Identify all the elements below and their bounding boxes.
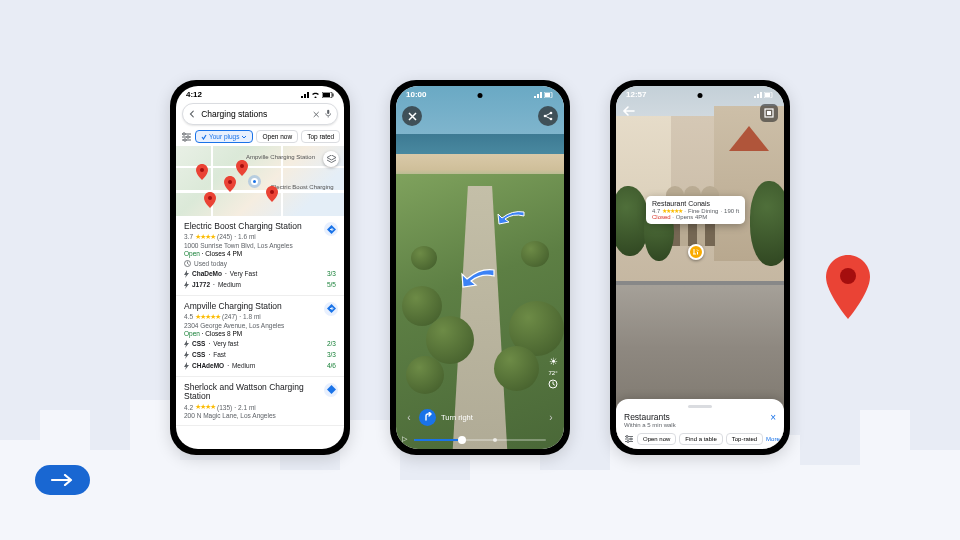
direction-bar: ‹ Turn right › xyxy=(404,407,556,427)
nav-arrow-icon xyxy=(496,208,526,226)
svg-rect-21 xyxy=(765,93,770,97)
svg-point-10 xyxy=(228,180,232,184)
used-today-row: Used today xyxy=(184,260,336,267)
directions-button[interactable] xyxy=(324,383,338,397)
history-icon xyxy=(548,379,558,389)
rating-row: 4.5★★★★★(247)·1.8 mi xyxy=(184,313,336,321)
nav-arrow-icon xyxy=(458,266,496,290)
phone-1: 4:12 Your plugs xyxy=(170,80,350,455)
my-location-dot xyxy=(251,178,258,185)
result-address: 1000 Sunrise Town Blvd, Los Angeles xyxy=(184,242,336,249)
poi-marker[interactable] xyxy=(688,244,704,260)
play-button[interactable]: ▷ xyxy=(402,435,407,443)
plug-row: CHAdeMO·Medium4/6 xyxy=(184,362,336,370)
sheet-subtitle: Within a 5 min walk xyxy=(624,422,676,428)
svg-point-7 xyxy=(184,139,186,141)
map-poi-label: Electric Boost Charging xyxy=(271,184,334,190)
status-icons xyxy=(754,92,774,98)
poi-name: Restaurant Conais xyxy=(652,200,739,207)
result-address: 2304 George Avenue, Los Angeles xyxy=(184,322,336,329)
chip-top-rated[interactable]: Top rated xyxy=(301,130,340,143)
rating-row: 3.7 ★★★★ (245)· 1.6 mi xyxy=(184,233,336,241)
next-step-button[interactable]: › xyxy=(546,412,556,423)
status-time: 4:12 xyxy=(186,90,202,99)
sheet-handle[interactable] xyxy=(688,405,712,408)
plug-row: ChaDeMo·Very Fast3/3 xyxy=(184,270,336,278)
svg-point-25 xyxy=(630,438,632,440)
toggle-view-button[interactable] xyxy=(760,104,778,122)
share-button[interactable] xyxy=(538,106,558,126)
plug-row: CSS·Fast3/3 xyxy=(184,351,336,359)
sheet-close-button[interactable]: × xyxy=(770,412,776,423)
chip-find-a-table[interactable]: Find a table xyxy=(679,433,722,445)
bottom-sheet[interactable]: Restaurants Within a 5 min walk × Open n… xyxy=(616,399,784,449)
arrow-decoration xyxy=(35,465,90,495)
result-title: Electric Boost Charging Station xyxy=(184,222,336,232)
svg-rect-23 xyxy=(767,111,771,115)
svg-rect-4 xyxy=(327,110,329,114)
poi-info-card[interactable]: Restaurant Conais 4.7★★★★★·Fine Dining·1… xyxy=(646,196,745,224)
search-bar[interactable] xyxy=(182,103,338,125)
status-bar: 4:12 xyxy=(176,86,344,101)
filter-chips-row: Your plugs Open now Top rated xyxy=(176,127,344,146)
result-item[interactable]: Sherlock and Wattson Charging Station 4.… xyxy=(176,377,344,427)
close-button[interactable] xyxy=(402,106,422,126)
chip-open-now[interactable]: Open now xyxy=(256,130,298,143)
svg-rect-2 xyxy=(323,93,330,97)
svg-point-24 xyxy=(626,436,628,438)
camera-hole xyxy=(478,93,483,98)
result-item[interactable]: Electric Boost Charging Station 3.7 ★★★★… xyxy=(176,216,344,296)
weather-widget[interactable]: ☀ 72° xyxy=(548,356,558,389)
svg-point-6 xyxy=(187,136,189,138)
svg-point-8 xyxy=(200,168,204,172)
tune-icon[interactable] xyxy=(624,433,634,445)
result-hours: Open · Closes 4 PM xyxy=(184,250,336,257)
svg-rect-3 xyxy=(333,93,334,96)
svg-point-11 xyxy=(270,190,274,194)
status-time: 12:57 xyxy=(626,90,646,99)
svg-rect-15 xyxy=(545,93,550,97)
map[interactable]: Ampville Charging Station Electric Boost… xyxy=(176,146,344,216)
result-hours: Open · Closes 8 PM xyxy=(184,330,336,337)
plug-row: J1772·Medium5/5 xyxy=(184,281,336,289)
status-icons xyxy=(534,92,554,98)
chip-open-now[interactable]: Open now xyxy=(637,433,676,445)
prev-step-button[interactable]: ‹ xyxy=(404,412,414,423)
svg-point-5 xyxy=(183,133,185,135)
directions-button[interactable] xyxy=(324,222,338,236)
phone-3: 12:57 Restaurant Conais 4.7★★★★★·Fine Di… xyxy=(610,80,790,455)
plug-row: CSS·Very fast2/3 xyxy=(184,340,336,348)
phone-2: 10:00 xyxy=(390,80,570,455)
chip-label: Your plugs xyxy=(209,133,239,140)
camera-hole xyxy=(698,93,703,98)
immersive-view[interactable]: 10:00 xyxy=(396,86,564,449)
directions-button[interactable] xyxy=(324,302,338,316)
sun-icon: ☀ xyxy=(549,356,558,367)
chip-top-rated[interactable]: Top-rated xyxy=(726,433,763,445)
svg-point-26 xyxy=(627,441,629,443)
chip-your-plugs[interactable]: Your plugs xyxy=(195,130,253,143)
search-input[interactable] xyxy=(201,109,308,119)
mic-icon[interactable] xyxy=(325,108,331,120)
direction-text: Turn right xyxy=(441,413,541,422)
result-item[interactable]: Ampville Charging Station 4.5★★★★★(247)·… xyxy=(176,296,344,377)
status-time: 10:00 xyxy=(406,90,426,99)
result-address: 200 N Magic Lane, Los Angeles xyxy=(184,412,336,419)
more-filters-link[interactable]: More xyxy=(766,436,780,442)
route-progress[interactable] xyxy=(414,439,546,441)
sheet-title: Restaurants xyxy=(624,412,676,422)
clear-icon[interactable] xyxy=(313,110,319,119)
tune-icon[interactable] xyxy=(181,131,192,143)
layers-button[interactable] xyxy=(323,151,339,167)
result-title: Ampville Charging Station xyxy=(184,302,336,312)
street-view[interactable]: 12:57 Restaurant Conais 4.7★★★★★·Fine Di… xyxy=(616,86,784,449)
back-icon[interactable] xyxy=(189,109,196,119)
back-button[interactable] xyxy=(622,104,636,122)
status-icons xyxy=(301,92,334,98)
results-list: Electric Boost Charging Station 3.7 ★★★★… xyxy=(176,216,344,426)
sheet-chips-row: Open now Find a table Top-rated More xyxy=(624,433,776,445)
temperature: 72° xyxy=(548,370,557,376)
svg-point-9 xyxy=(240,164,244,168)
turn-icon xyxy=(419,409,436,426)
rating-row: 4.2★★★★(135)·2.1 mi xyxy=(184,403,336,411)
